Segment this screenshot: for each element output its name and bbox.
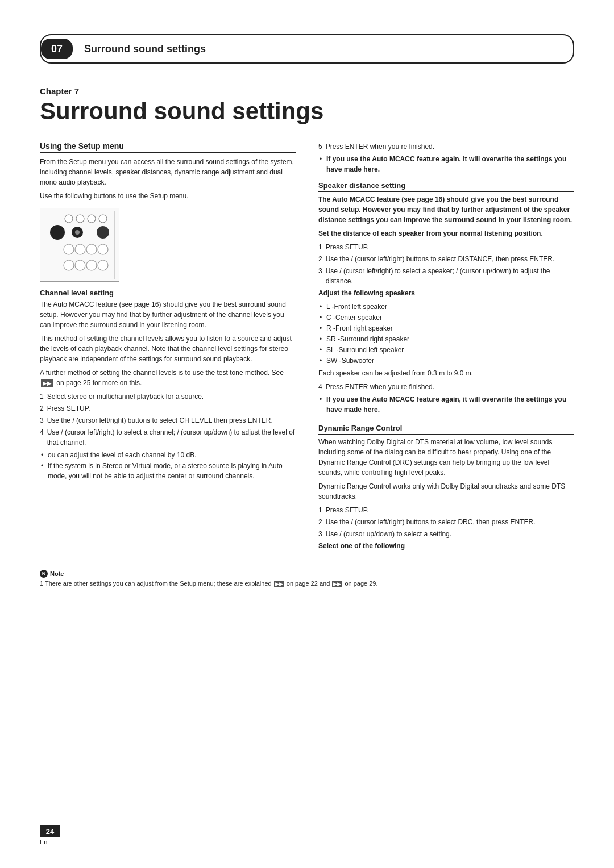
header-title: Surround sound settings	[84, 43, 206, 55]
svg-point-13	[75, 260, 85, 270]
dist-bullet-if: If you use the Auto MCACC feature again,…	[318, 394, 574, 415]
svg-point-8	[64, 244, 74, 254]
svg-point-14	[86, 260, 97, 270]
adjust-label: Adjust the following speakers	[318, 288, 574, 298]
setup-para1: From the Setup menu you can access all t…	[40, 157, 296, 187]
step-2: 2 Press SETUP.	[40, 403, 296, 414]
dist-step-1: 1 Press SETUP.	[318, 242, 574, 252]
speaker-item-C: C -Center speaker	[318, 312, 574, 323]
channel-para2: This method of setting the channel level…	[40, 333, 296, 364]
note-text: 1 There are other settings you can adjus…	[40, 579, 574, 588]
svg-point-9	[75, 244, 85, 254]
speaker-list: L -Front left speaker C -Center speaker …	[318, 302, 574, 366]
channel-para1: The Auto MCACC feature (see page 16) sho…	[40, 299, 296, 330]
page-number-box: 24 En	[40, 825, 60, 845]
speaker-item-SR: SR -Surround right speaker	[318, 334, 574, 344]
setup-para2: Use the following buttons to use the Set…	[40, 191, 296, 201]
note-label: Note	[50, 570, 64, 577]
speaker-item-R: R -Front right speaker	[318, 323, 574, 333]
dist-step-2: 2 Use the / (cursor left/right) buttons …	[318, 254, 574, 264]
note-heading: N Note	[40, 570, 574, 578]
speaker-dist-para1: The Auto MCACC feature (see page 16) sho…	[318, 194, 574, 225]
drc-para2: Dynamic Range Control works only with Do…	[318, 481, 574, 502]
step-1: 1 Select stereo or multichannel playback…	[40, 391, 296, 402]
step5-bullet: If you use the Auto MCACC feature again,…	[318, 154, 574, 174]
bullet-item-1: ou can adjust the level of each channel …	[40, 450, 296, 460]
arrow-icon-1: ▶▶	[41, 379, 53, 387]
speaker-item-L: L -Front left speaker	[318, 302, 574, 312]
bullet-item-2: If the system is in Stereo or Virtual mo…	[40, 461, 296, 481]
channel-bullet-list: ou can adjust the level of each channel …	[40, 450, 296, 481]
right-column: 5 Press ENTER when you re finished. If y…	[318, 141, 574, 554]
svg-point-4	[50, 225, 65, 240]
drc-para1: When watching Dolby Digital or DTS mater…	[318, 437, 574, 478]
page-lang: En	[40, 838, 47, 845]
svg-point-1	[76, 215, 84, 223]
chapter-label: Chapter 7 Surround sound settings	[40, 86, 574, 124]
speaker-item-SW: SW -Subwoofer	[318, 356, 574, 366]
speaker-dist-para2: Set the distance of each speaker from yo…	[318, 228, 574, 239]
setup-menu-heading: Using the Setup menu	[40, 141, 296, 153]
drc-step-1: 1 Press SETUP.	[318, 505, 574, 515]
dist-step4-bullets: If you use the Auto MCACC feature again,…	[318, 394, 574, 415]
svg-point-3	[99, 215, 107, 223]
step-3: 3 Use the / (cursor left/right) buttons …	[40, 415, 296, 425]
header-bar: 07 Surround sound settings	[40, 34, 574, 64]
svg-point-2	[88, 215, 96, 223]
svg-point-6	[75, 230, 80, 235]
svg-point-15	[98, 260, 108, 270]
drc-step-2: 2 Use the / (cursor left/right) buttons …	[318, 517, 574, 527]
svg-point-7	[97, 226, 109, 239]
page-number-badge: 24	[40, 825, 60, 837]
svg-point-10	[86, 244, 97, 254]
speaker-range-text: Each speaker can be adjusted from 0.3 m …	[318, 368, 574, 378]
svg-point-0	[65, 215, 73, 223]
svg-point-12	[64, 260, 74, 270]
dist-step-4: 4 Press ENTER when you re finished.	[318, 382, 574, 392]
note-arrow-2: ▶▶	[332, 581, 342, 587]
speaker-diagram	[40, 208, 119, 282]
chapter-label-text: Chapter 7	[40, 86, 574, 96]
drc-heading: Dynamic Range Control	[318, 424, 574, 435]
step-4: 4 Use / (cursor left/right) to select a …	[40, 427, 296, 448]
channel-para3: A further method of setting the channel …	[40, 368, 296, 388]
note-icon: N	[40, 570, 48, 578]
drc-step-3: 3 Use / (cursor up/down) to select a set…	[318, 529, 574, 539]
dist-step-3: 3 Use / (cursor left/right) to select a …	[318, 266, 574, 286]
step5-bullets: If you use the Auto MCACC feature again,…	[318, 154, 574, 174]
note-box: N Note 1 There are other settings you ca…	[40, 566, 574, 588]
channel-level-heading: Channel level setting	[40, 289, 296, 297]
speaker-distance-heading: Speaker distance setting	[318, 181, 574, 192]
drc-select-label: Select one of the following	[318, 541, 574, 551]
content-columns: Using the Setup menu From the Setup menu…	[40, 141, 574, 554]
speaker-item-SL: SL -Surround left speaker	[318, 345, 574, 355]
note-arrow-1: ▶▶	[274, 581, 284, 587]
chapter-badge: 07	[41, 39, 73, 59]
page: 07 Surround sound settings Chapter 7 Sur…	[0, 0, 614, 868]
step-5-right: 5 Press ENTER when you re finished.	[318, 141, 574, 152]
main-title: Surround sound settings	[40, 98, 574, 124]
left-column: Using the Setup menu From the Setup menu…	[40, 141, 296, 554]
svg-point-11	[98, 244, 108, 254]
